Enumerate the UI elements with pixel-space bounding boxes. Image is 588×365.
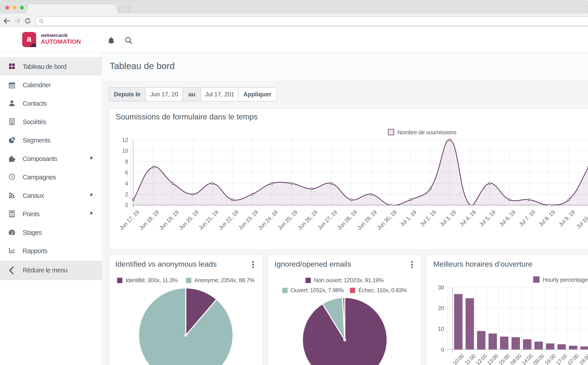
svg-text:0: 0 xyxy=(441,347,444,353)
svg-text:10: 10 xyxy=(438,326,444,332)
svg-text:30: 30 xyxy=(438,284,444,291)
svg-text:20: 20 xyxy=(438,305,444,311)
svg-text:Hourly percentage for all mess: Hourly percentage for all messages xyxy=(543,276,588,283)
